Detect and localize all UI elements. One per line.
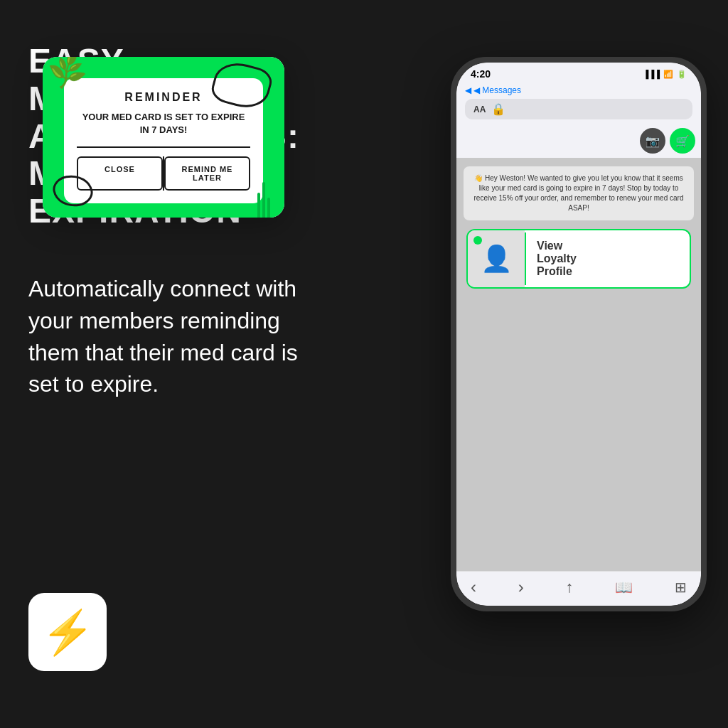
lock-icon: 🔒 [491,102,505,116]
status-bar: 4:20 ▐▐▐ 📶 🔋 [456,63,701,82]
grass-blade-2 [262,182,265,218]
popup-card: 🌿 REMINDER YOUR MED CARD IS SET TO EXPIR… [43,57,284,218]
loyalty-avatar: 👤 [468,230,525,287]
bolt-icon: ⚡ [41,607,95,658]
browser-bar: ◀ ◀ Messages AA 🔒 [456,82,701,125]
tabs-nav-button[interactable]: ⊞ [675,579,687,596]
status-icons: ▐▐▐ 📶 🔋 [643,70,687,79]
grass-blade-3 [267,198,270,218]
cart-icon: 🛒 [675,134,690,148]
aa-button[interactable]: AA [473,105,486,114]
share-nav-button[interactable]: ↑ [566,578,574,596]
person-icon: 👤 [481,244,513,274]
grass-blade-1 [257,193,260,218]
phone-screen: 4:20 ▐▐▐ 📶 🔋 ◀ ◀ Messages AA 🔒 [456,63,701,606]
back-messages-button[interactable]: ◀ ◀ Messages [465,85,692,95]
back-label: ◀ Messages [473,85,521,95]
back-chevron: ◀ [465,85,471,95]
wifi-icon: 📶 [663,70,673,79]
bookmarks-nav-button[interactable]: 📖 [615,579,633,596]
avatar-dot [473,236,482,245]
instagram-icon: 📷 [646,134,660,148]
forward-nav-button[interactable]: › [518,577,524,597]
loyalty-text[interactable]: View Loyalty Profile [525,232,690,285]
grass-decoration [257,182,270,218]
battery-icon: 🔋 [677,70,687,79]
loyalty-card[interactable]: 👤 View Loyalty Profile [466,229,691,289]
signal-icon: ▐▐▐ [643,70,660,78]
toolbar-icons: 📷 🛒 [456,125,701,158]
back-nav-button[interactable]: ‹ [471,577,476,597]
toolbar-icon-1[interactable]: 📷 [640,128,665,154]
scroll-content: 👋 Hey Weston! We wanted to give you let … [456,158,701,571]
status-time: 4:20 [471,68,491,80]
popup-buttons: CLOSE REMIND ME LATER [77,156,250,191]
sms-content: 👋 Hey Weston! We wanted to give you let … [456,158,701,297]
logo-box: ⚡ [28,593,107,671]
popup-background: 🌿 REMINDER YOUR MED CARD IS SET TO EXPIR… [43,57,284,218]
bottom-nav: ‹ › ↑ 📖 ⊞ [456,571,701,606]
remind-later-button[interactable]: REMIND ME LATER [164,156,250,191]
sms-message-bubble: 👋 Hey Weston! We wanted to give you let … [464,166,694,220]
phone-container: 4:20 ▐▐▐ 📶 🔋 ◀ ◀ Messages AA 🔒 [408,21,707,704]
toolbar-icon-2[interactable]: 🛒 [670,128,695,154]
description: Automatically connect with your members … [28,273,327,400]
reminder-body: YOUR MED CARD IS SET TO EXPIRE IN 7 DAYS… [77,111,250,148]
phone-frame: 4:20 ▐▐▐ 📶 🔋 ◀ ◀ Messages AA 🔒 [451,57,707,611]
url-bar[interactable]: AA 🔒 [465,99,692,119]
